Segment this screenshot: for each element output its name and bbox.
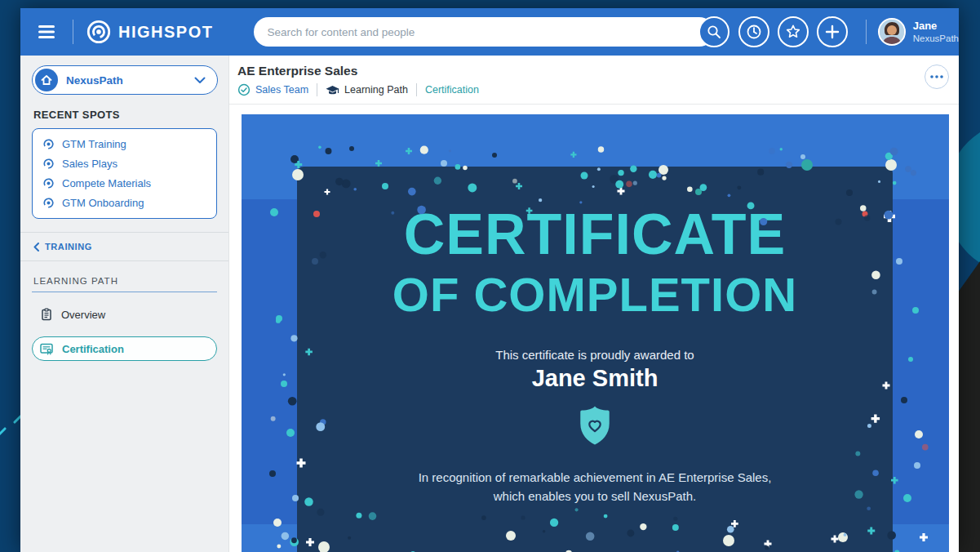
favorites-button[interactable] (778, 16, 809, 47)
sidebar: NexusPath RECENT SPOTS GTM Training Sale… (20, 56, 229, 552)
header-divider (73, 20, 73, 44)
spot-selector-label: NexusPath (66, 74, 194, 87)
search-button[interactable] (698, 16, 729, 47)
recent-spots-heading: RECENT SPOTS (33, 109, 215, 121)
avatar (878, 18, 906, 46)
history-button[interactable] (738, 16, 769, 47)
highspot-logo-icon (86, 19, 112, 45)
user-org: NexusPath (913, 33, 959, 44)
home-icon (35, 69, 58, 91)
clipboard-icon (40, 308, 53, 321)
breadcrumb-label: Certification (425, 84, 479, 96)
graduation-cap-icon (326, 85, 339, 96)
learning-path-divider (32, 292, 217, 292)
breadcrumb-separator (416, 83, 417, 96)
chevron-left-icon (33, 243, 39, 252)
sidebar-item-overview[interactable]: Overview (32, 302, 217, 327)
app-window: HIGHSPOT (20, 8, 959, 552)
back-link-label: TRAINING (45, 242, 92, 252)
breadcrumb-sales-team[interactable]: Sales Team (237, 83, 308, 96)
more-options-button[interactable] (925, 65, 949, 89)
content-body: CERTIFICATE OF COMPLETION This certifica… (229, 105, 959, 552)
desktop: HIGHSPOT (0, 0, 980, 552)
app-header: HIGHSPOT (20, 8, 959, 56)
recent-spot-sales-plays[interactable]: Sales Plays (42, 158, 206, 170)
recognition-line2: which enables you to sell NexusPath. (494, 489, 696, 503)
sidebar-item-label: Certification (62, 343, 124, 355)
user-menu[interactable]: Jane NexusPath (878, 18, 959, 46)
recognition-line1: In recognition of remarkable achievement… (419, 470, 772, 484)
search-bar (254, 17, 713, 47)
search-input[interactable] (254, 17, 713, 47)
shield-heart-icon (297, 405, 893, 446)
recent-spot-label: Compete Materials (62, 177, 151, 189)
sidebar-item-certification[interactable]: Certification (32, 336, 217, 361)
search-icon (707, 24, 721, 39)
hamburger-icon (38, 25, 55, 38)
create-button[interactable] (817, 16, 848, 47)
breadcrumb: Sales Team Learning Path Certification (237, 83, 949, 96)
ellipsis-icon (930, 75, 943, 78)
wallpaper-dark-shape (957, 261, 980, 552)
check-circle-icon (237, 83, 251, 96)
breadcrumb-certification[interactable]: Certification (425, 84, 479, 96)
learning-path-heading: LEARNING PATH (33, 276, 215, 286)
certificate-recognition-text: In recognition of remarkable achievement… (297, 469, 893, 505)
breadcrumb-separator (317, 83, 317, 96)
recent-spot-compete-materials[interactable]: Compete Materials (42, 177, 206, 189)
recent-spot-gtm-training[interactable]: GTM Training (42, 138, 206, 150)
certificate-icon (40, 343, 54, 355)
certificate-panel: CERTIFICATE OF COMPLETION This certifica… (242, 114, 949, 552)
spot-icon (42, 177, 55, 189)
breadcrumb-label: Learning Path (344, 84, 408, 96)
brand-name: HIGHSPOT (118, 23, 213, 42)
recent-spot-gtm-onboarding[interactable]: GTM Onboarding (42, 197, 206, 209)
clock-icon (746, 24, 762, 40)
content-header: AE Enterprise Sales Sales Team Learning … (229, 56, 959, 105)
brand[interactable]: HIGHSPOT (86, 19, 213, 45)
user-info: Jane NexusPath (913, 20, 959, 45)
header-divider (866, 20, 867, 44)
spot-icon (42, 138, 55, 150)
spot-icon (42, 158, 55, 170)
content-area: AE Enterprise Sales Sales Team Learning … (229, 56, 959, 552)
back-link-training[interactable]: TRAINING (20, 232, 228, 261)
menu-button[interactable] (38, 25, 55, 38)
main-area: NexusPath RECENT SPOTS GTM Training Sale… (20, 56, 959, 552)
breadcrumb-label: Sales Team (255, 84, 308, 96)
spot-icon (42, 197, 55, 209)
user-name: Jane (913, 20, 959, 33)
sidebar-item-label: Overview (61, 309, 105, 321)
certificate-title-line2: OF COMPLETION (297, 271, 893, 318)
recent-spot-label: Sales Plays (62, 158, 118, 170)
page-title: AE Enterprise Sales (237, 64, 949, 78)
recent-spot-label: GTM Training (62, 138, 126, 150)
plus-icon (824, 24, 840, 40)
header-actions (738, 16, 848, 47)
certificate-title-line1: CERTIFICATE (297, 206, 893, 263)
wallpaper-dash (0, 427, 7, 436)
spot-selector[interactable]: NexusPath (32, 65, 218, 95)
certificate-card: CERTIFICATE OF COMPLETION This certifica… (297, 167, 893, 552)
recent-spot-label: GTM Onboarding (62, 197, 144, 209)
recent-spots-list: GTM Training Sales Plays Compete Materia… (32, 128, 217, 219)
star-icon (785, 24, 801, 40)
breadcrumb-learning-path[interactable]: Learning Path (326, 84, 408, 96)
certificate-awarded-text: This certificate is proudly awarded to (297, 348, 893, 362)
certificate-recipient: Jane Smith (297, 365, 893, 392)
chevron-down-icon (194, 77, 206, 84)
